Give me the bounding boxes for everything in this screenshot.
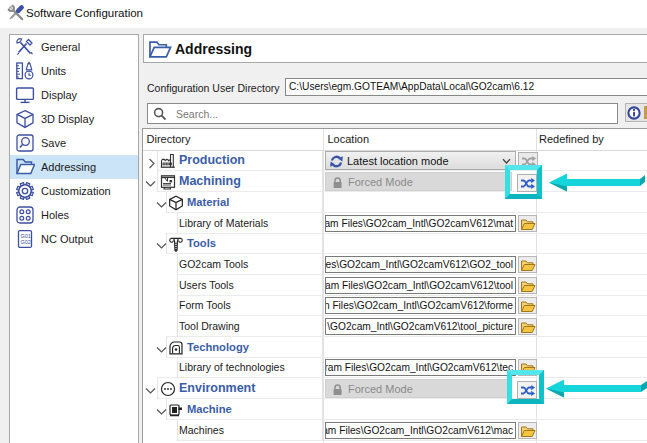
- svg-text:G01: G01: [21, 233, 31, 239]
- svg-text:G02: G02: [21, 239, 31, 245]
